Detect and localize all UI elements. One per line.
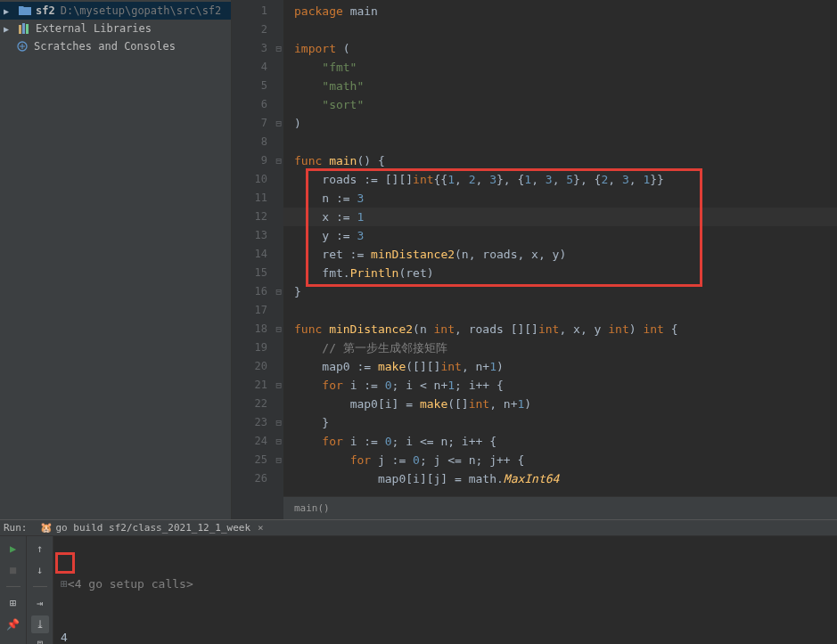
stop-button[interactable]: ■ — [4, 561, 22, 579]
project-root[interactable]: ▶ sf2 D:\mysetup\gopath\src\sf2 — [0, 2, 231, 20]
fold-icon[interactable]: ⊟ — [275, 451, 282, 469]
scratches[interactable]: Scratches and Consoles — [0, 37, 231, 55]
run-tab[interactable]: 🐹 go build sf2/class_2021_12_1_week × — [35, 520, 269, 535]
scratch-icon — [16, 39, 30, 53]
project-path: D:\mysetup\gopath\src\sf2 — [61, 4, 222, 17]
line-number[interactable]: 5 — [232, 77, 267, 95]
line-number[interactable]: 3 — [232, 39, 267, 58]
chevron-right-icon[interactable]: ▶ — [4, 24, 14, 34]
library-icon — [18, 21, 32, 36]
fold-icon[interactable]: ⊟ — [275, 376, 282, 395]
line-number[interactable]: 13 — [232, 226, 267, 245]
line-number[interactable]: 1 — [232, 2, 267, 20]
line-number[interactable]: 20 — [232, 357, 267, 376]
project-tree[interactable]: ▶ sf2 D:\mysetup\gopath\src\sf2 ▶ Extern… — [0, 0, 232, 519]
line-number[interactable]: 10 — [232, 170, 267, 189]
run-panel: Run: 🐹 go build sf2/class_2021_12_1_week… — [0, 519, 837, 644]
run-toolbar-right: ↑ ↓ ⇥ ⤓ 🖶 — [27, 536, 53, 644]
breadcrumb-item[interactable]: main() — [294, 502, 330, 514]
project-name: sf2 — [36, 4, 55, 17]
fold-icon[interactable]: ⊟ — [275, 432, 282, 451]
layout-button[interactable]: ⊞ — [4, 594, 22, 612]
fold-icon[interactable]: ⊟ — [275, 282, 282, 301]
run-header: Run: 🐹 go build sf2/class_2021_12_1_week… — [0, 520, 837, 536]
scroll-end-button[interactable]: ⤓ — [31, 615, 49, 633]
line-number[interactable]: 4 — [232, 58, 267, 77]
fold-end-icon[interactable]: ⊟ — [275, 413, 282, 432]
line-number[interactable]: 12 — [232, 208, 267, 226]
line-number[interactable]: 21 — [232, 376, 267, 395]
line-number[interactable]: 22 — [232, 395, 267, 413]
rerun-button[interactable]: ▶ — [4, 540, 22, 558]
soft-wrap-button[interactable]: ⇥ — [31, 594, 49, 612]
line-number[interactable]: 18 — [232, 320, 267, 338]
line-number[interactable]: 25 — [232, 451, 267, 469]
fold-icon[interactable]: ⊟ — [275, 39, 282, 58]
line-number[interactable]: 14 — [232, 245, 267, 264]
svg-rect-2 — [26, 24, 29, 34]
line-number[interactable]: 6 — [232, 95, 267, 114]
output-line: 4 — [61, 629, 830, 644]
fold-icon[interactable]: ⊟ — [275, 320, 282, 338]
external-libraries[interactable]: ▶ External Libraries — [0, 20, 231, 37]
gutter[interactable]: 1 2 3 4 5 6 7 8 9 10 11 12 13 14 15 16 1… — [232, 0, 283, 519]
line-number[interactable]: 17 — [232, 301, 267, 320]
line-number[interactable]: 15 — [232, 264, 267, 282]
line-number[interactable]: 11 — [232, 189, 267, 208]
down-button[interactable]: ↓ — [31, 561, 49, 579]
scratches-label: Scratches and Consoles — [34, 40, 176, 53]
line-number[interactable]: 8 — [232, 133, 267, 151]
highlight-annotation — [55, 552, 75, 574]
line-number[interactable]: 19 — [232, 338, 267, 357]
go-icon: 🐹 — [40, 522, 53, 534]
run-toolbar-left: ▶ ■ ⊞ 📌 — [0, 536, 27, 644]
svg-rect-1 — [22, 23, 25, 34]
svg-rect-0 — [19, 25, 21, 34]
chevron-right-icon[interactable]: ▶ — [4, 6, 14, 16]
line-number[interactable]: 9 — [232, 151, 267, 170]
pin-button[interactable]: 📌 — [4, 615, 22, 633]
fold-icon[interactable]: ⊟ — [275, 114, 282, 133]
fold-icon[interactable]: ⊟ — [275, 151, 282, 170]
line-number[interactable]: 24 — [232, 432, 267, 451]
line-number[interactable]: 16 — [232, 282, 267, 301]
run-tab-label: go build sf2/class_2021_12_1_week — [56, 522, 251, 534]
fold-icon[interactable]: ⊞ — [61, 577, 68, 591]
line-number[interactable]: 26 — [232, 469, 267, 488]
setup-calls: <4 go setup calls> — [68, 577, 193, 591]
code-editor[interactable]: 1 2 3 4 5 6 7 8 9 10 11 12 13 14 15 16 1… — [232, 0, 837, 519]
print-button[interactable]: 🖶 — [31, 637, 49, 644]
breadcrumb[interactable]: main() — [283, 496, 837, 519]
line-number[interactable]: 2 — [232, 20, 267, 39]
external-libraries-label: External Libraries — [36, 22, 152, 35]
line-number[interactable]: 7 — [232, 114, 267, 133]
code-content[interactable]: package main import ( "fmt" "math" "sort… — [283, 0, 837, 519]
line-number[interactable]: 23 — [232, 413, 267, 432]
console-output[interactable]: ⊞<4 go setup calls> 4 Process finished w… — [53, 536, 837, 644]
folder-icon — [18, 4, 32, 18]
close-icon[interactable]: × — [258, 522, 264, 534]
run-label: Run: — [4, 522, 28, 534]
up-button[interactable]: ↑ — [31, 540, 49, 558]
